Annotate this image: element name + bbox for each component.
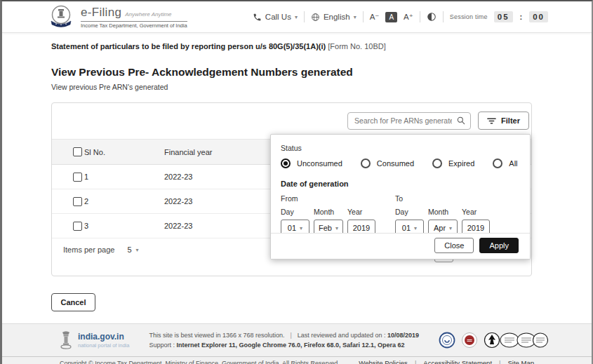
radio-selected-icon <box>281 159 291 168</box>
chevron-down-icon: ▾ <box>449 225 452 231</box>
main-content: Statement of particulars to be filed by … <box>2 42 592 323</box>
portal-name[interactable]: india.gov.in <box>78 332 129 342</box>
cell-sl-no: 1 <box>84 173 164 181</box>
filter-button[interactable]: Filter <box>478 112 529 130</box>
row-checkbox[interactable] <box>73 197 82 206</box>
radio-option-unconsumed[interactable]: Unconsumed <box>281 159 342 168</box>
logo-text: e-Filing Anywhere Anytime Income Tax Dep… <box>81 6 187 29</box>
session-seconds: 00 <box>529 11 548 22</box>
search-icon <box>456 116 466 126</box>
day-label: Day <box>281 208 309 216</box>
chevron-down-icon: ▾ <box>335 225 338 231</box>
last-reviewed-date: 10/08/2019 <box>387 332 419 339</box>
filter-panel: Status Unconsumed Consumed Expired <box>270 134 531 259</box>
iso-certification-seals-icon <box>484 332 548 349</box>
font-size-decrease-button[interactable]: A⁻ <box>370 12 380 22</box>
form-number: [Form No. 10BD] <box>328 42 386 50</box>
radio-option-consumed[interactable]: Consumed <box>361 159 414 168</box>
chevron-down-icon: ▾ <box>300 225 302 231</box>
efiling-logo[interactable]: e-Filing Anywhere Anytime Income Tax Dep… <box>47 4 187 29</box>
top-bar-controls: Call Us ▾ English ▾ A⁻ A A⁺ <box>253 11 548 22</box>
divider <box>420 11 420 22</box>
cancel-button[interactable]: Cancel <box>51 293 95 311</box>
site-map-link[interactable]: Site Map <box>508 359 535 364</box>
select-all-checkbox[interactable] <box>73 147 82 156</box>
radio-icon <box>361 159 371 168</box>
to-year-value: 2019 <box>467 224 484 232</box>
top-bar: e-Filing Anywhere Anytime Income Tax Dep… <box>2 1 592 33</box>
status-radio-group: Unconsumed Consumed Expired All <box>281 159 520 168</box>
divider: | <box>291 332 292 339</box>
call-us-label: Call Us <box>265 13 291 21</box>
radio-label: Unconsumed <box>297 159 342 168</box>
divider <box>443 11 444 22</box>
from-month-value: Feb <box>319 224 332 232</box>
filter-panel-footer: Close Apply <box>271 233 530 259</box>
footer-links: Website Policies | Accessibility Stateme… <box>359 359 534 364</box>
footer-info: This site is best viewed in 1366 x 768 r… <box>149 330 419 350</box>
divider <box>363 11 364 22</box>
supported-browsers: Internet Explorer 11, Google Chrome 76.0… <box>176 342 404 349</box>
radio-label: Consumed <box>377 159 414 168</box>
website-policies-link[interactable]: Website Policies <box>359 359 408 364</box>
divider <box>304 11 305 22</box>
filter-panel-body: Status Unconsumed Consumed Expired <box>271 135 530 236</box>
column-header-sl-no: Sl No. <box>84 148 164 156</box>
brand-subtitle: Income Tax Department, Government of Ind… <box>81 21 187 29</box>
copyright-text: Copyright © Income Tax Department, Minis… <box>60 360 338 364</box>
year-label: Year <box>462 208 490 216</box>
row-checkbox[interactable] <box>73 173 82 182</box>
filter-label: Filter <box>501 116 520 125</box>
globe-icon <box>311 13 320 22</box>
brand-name: e-Filing <box>81 6 121 20</box>
india-gov-emblem-icon <box>60 331 72 349</box>
radio-label: Expired <box>448 159 474 168</box>
income-tax-emblem-icon <box>47 4 75 29</box>
language-label: English <box>324 13 350 21</box>
accessibility-statement-link[interactable]: Accessibility Statement <box>423 359 492 364</box>
row-checkbox[interactable] <box>73 222 82 231</box>
statement-text: Statement of particulars to be filed by … <box>51 42 326 50</box>
radio-option-all[interactable]: All <box>493 159 517 168</box>
to-day-value: 01 <box>402 224 411 232</box>
items-per-page-select[interactable]: 5 ▾ <box>127 245 138 254</box>
call-us-menu[interactable]: Call Us ▾ <box>253 13 298 22</box>
contrast-toggle-icon[interactable] <box>427 12 437 22</box>
day-label: Day <box>395 208 424 216</box>
session-minutes: 05 <box>494 11 513 22</box>
india-gov-portal-link[interactable]: india.gov.in national portal of india <box>60 331 129 349</box>
phone-icon <box>253 13 262 22</box>
cell-sl-no: 2 <box>84 197 164 205</box>
date-range-row: From Day 01 ▾ Month <box>281 194 520 236</box>
from-year-value: 2019 <box>353 224 370 232</box>
support-label: Support : <box>149 342 175 349</box>
to-month-value: Apr <box>434 224 446 232</box>
radio-icon <box>493 159 502 168</box>
chevron-down-icon: ▾ <box>414 225 417 231</box>
font-size-increase-button[interactable]: A⁺ <box>404 12 413 22</box>
search-box <box>347 112 471 130</box>
apply-button[interactable]: Apply <box>479 238 519 253</box>
radio-label: All <box>509 159 517 168</box>
portal-tagline: national portal of india <box>78 342 129 349</box>
month-label: Month <box>428 208 458 216</box>
efiling-page: e-Filing Anywhere Anytime Income Tax Dep… <box>0 0 593 364</box>
copyright-bar: Copyright © Income Tax Department, Minis… <box>2 356 592 364</box>
divider: | <box>415 359 416 364</box>
to-label: To <box>395 194 490 203</box>
chevron-down-icon: ▾ <box>136 247 139 253</box>
date-of-generation-label: Date of generation <box>281 180 520 188</box>
close-button[interactable]: Close <box>434 238 474 253</box>
font-size-default-button[interactable]: A <box>385 12 397 22</box>
certification-badges <box>439 332 548 349</box>
year-label: Year <box>347 208 375 216</box>
language-menu[interactable]: English ▾ <box>311 13 357 22</box>
items-per-page-label: Items per page <box>63 245 114 254</box>
statement-line: Statement of particulars to be filed by … <box>51 42 592 50</box>
page-subtitle: View previous Pre ARN's generated <box>51 83 592 91</box>
session-time-label: Session time <box>450 13 488 20</box>
search-input[interactable] <box>347 112 471 130</box>
month-label: Month <box>314 208 343 216</box>
from-label: From <box>281 194 375 203</box>
radio-option-expired[interactable]: Expired <box>432 159 474 168</box>
